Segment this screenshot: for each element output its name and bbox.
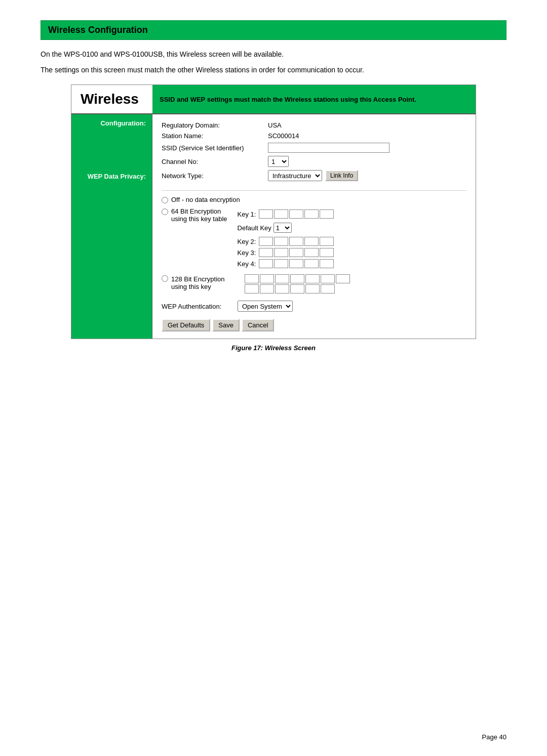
- wireless-content: Regulatory Domain: USA Station Name: SC0…: [152, 114, 476, 339]
- key3-row: Key 3:: [238, 248, 334, 257]
- key4-cell5[interactable]: [320, 259, 334, 268]
- station-name-row: Station Name: SC000014: [162, 132, 466, 140]
- wep-128-radio[interactable]: [162, 275, 168, 282]
- get-defaults-button[interactable]: Get Defaults: [162, 319, 210, 331]
- key4-cell2[interactable]: [274, 259, 288, 268]
- key2-cell4[interactable]: [304, 237, 319, 246]
- key128-r1c6[interactable]: [321, 274, 335, 283]
- key128-r1c1[interactable]: [245, 274, 259, 283]
- regulatory-domain-value: USA: [268, 121, 282, 129]
- network-type-row: Network Type: Infrastructure Ad Hoc Link…: [162, 170, 466, 181]
- network-type-label: Network Type:: [162, 172, 268, 180]
- key3-label: Key 3:: [238, 249, 259, 257]
- key4-cell3[interactable]: [289, 259, 303, 268]
- wireless-config-box: Wireless SSID and WEP settings must matc…: [71, 85, 476, 339]
- ssid-input[interactable]: [268, 143, 389, 153]
- key128-r2c4[interactable]: [290, 284, 304, 293]
- key4-label: Key 4:: [238, 260, 259, 268]
- key128-r1c2[interactable]: [260, 274, 274, 283]
- key1-cell3[interactable]: [289, 209, 303, 219]
- key128-r1c3[interactable]: [275, 274, 289, 283]
- wep-64-radio[interactable]: [162, 208, 168, 215]
- wep-section: Off - no data encryption 64 Bit Encrypti…: [162, 196, 466, 331]
- key3-cell5[interactable]: [320, 248, 334, 257]
- wep-128-label: 128 Bit Encryption using this key: [171, 274, 245, 290]
- station-name-value: SC000014: [268, 132, 299, 140]
- channel-select[interactable]: 1 2 3 4 5 6 7 8 9 10 11: [268, 156, 289, 167]
- key3-cell1[interactable]: [259, 248, 273, 257]
- default-key-select[interactable]: 1 2 3 4: [274, 223, 292, 233]
- key3-cell2[interactable]: [274, 248, 288, 257]
- key128-r2c2[interactable]: [260, 284, 274, 293]
- wep-128-section: 128 Bit Encryption using this key: [162, 274, 466, 293]
- wireless-header-note: SSID and WEP settings must match the Wir…: [152, 85, 476, 113]
- key-table: Key 1: De: [238, 209, 334, 270]
- key128-r1c4[interactable]: [290, 274, 304, 283]
- button-row: Get Defaults Save Cancel: [162, 319, 466, 331]
- configuration-sidebar-label: Configuration:: [75, 119, 148, 127]
- regulatory-domain-row: Regulatory Domain: USA: [162, 121, 466, 129]
- cancel-button[interactable]: Cancel: [242, 319, 274, 331]
- wep-auth-select[interactable]: Open System Shared Key: [238, 301, 293, 312]
- key2-cell1[interactable]: [259, 237, 273, 246]
- key128-r2c3[interactable]: [275, 284, 289, 293]
- key1-cell5[interactable]: [320, 209, 334, 219]
- key2-cell2[interactable]: [274, 237, 288, 246]
- wireless-sidebar: Configuration: WEP Data Privacy:: [71, 114, 152, 339]
- default-key-label: Default Key: [238, 224, 271, 232]
- key128-r1c7[interactable]: [336, 274, 350, 283]
- key128-r2c1[interactable]: [245, 284, 259, 293]
- wireless-body: Configuration: WEP Data Privacy: Regulat…: [71, 114, 476, 339]
- key128-r2c6[interactable]: [321, 284, 335, 293]
- channel-label: Channel No:: [162, 158, 268, 165]
- wep-64-section: 64 Bit Encryption using this key table K…: [162, 207, 466, 270]
- key128-row2: [245, 284, 350, 293]
- key3-cell4[interactable]: [304, 248, 319, 257]
- wep-off-row: Off - no data encryption: [162, 196, 466, 203]
- key2-row: Key 2:: [238, 237, 334, 246]
- page-number: Page 40: [482, 733, 506, 741]
- key128-row1: [245, 274, 350, 283]
- regulatory-domain-label: Regulatory Domain:: [162, 121, 268, 129]
- intro-paragraph-2: The settings on this screen must match t…: [41, 65, 506, 75]
- key4-cell1[interactable]: [259, 259, 273, 268]
- link-info-button[interactable]: Link Info: [325, 170, 358, 181]
- figure-caption: Figure 17: Wireless Screen: [41, 344, 506, 352]
- default-key-row: Default Key 1 2 3 4: [238, 223, 334, 233]
- wep-sidebar-label: WEP Data Privacy:: [75, 173, 148, 180]
- key1-inputs: [259, 209, 334, 219]
- key4-inputs: [259, 259, 334, 268]
- wep-64-label: 64 Bit Encryption using this key table: [171, 207, 227, 223]
- network-type-select[interactable]: Infrastructure Ad Hoc: [268, 170, 322, 181]
- key3-cell3[interactable]: [289, 248, 303, 257]
- key2-inputs: [259, 237, 334, 246]
- station-name-label: Station Name:: [162, 132, 268, 140]
- key4-row: Key 4:: [238, 259, 334, 268]
- wep-auth-label: WEP Authentication:: [162, 303, 238, 310]
- wep-auth-row: WEP Authentication: Open System Shared K…: [162, 301, 466, 312]
- key128-r2c5[interactable]: [305, 284, 320, 293]
- section-divider: [162, 190, 466, 191]
- key1-row: Key 1:: [238, 209, 334, 219]
- key2-label: Key 2:: [238, 238, 259, 245]
- key2-cell3[interactable]: [289, 237, 303, 246]
- ssid-row: SSID (Service Set Identifier): [162, 143, 466, 153]
- key1-label: Key 1:: [238, 211, 259, 218]
- key1-cell2[interactable]: [274, 209, 288, 219]
- key1-cell4[interactable]: [304, 209, 319, 219]
- channel-row: Channel No: 1 2 3 4 5 6 7 8 9 10 11: [162, 156, 466, 167]
- intro-paragraph-1: On the WPS-0100 and WPS-0100USB, this Wi…: [41, 49, 506, 60]
- wireless-header: Wireless SSID and WEP settings must matc…: [71, 85, 476, 114]
- key2-cell5[interactable]: [320, 237, 334, 246]
- page-title-banner: Wireless Configuration: [41, 20, 506, 40]
- key1-cell1[interactable]: [259, 209, 273, 219]
- save-button[interactable]: Save: [212, 319, 240, 331]
- key3-inputs: [259, 248, 334, 257]
- page-title: Wireless Configuration: [48, 25, 499, 35]
- ssid-label: SSID (Service Set Identifier): [162, 144, 268, 152]
- key128-r1c5[interactable]: [305, 274, 320, 283]
- wep-64-row: 64 Bit Encryption using this key table K…: [162, 207, 466, 270]
- wep-off-radio[interactable]: [162, 197, 168, 203]
- configuration-section: Regulatory Domain: USA Station Name: SC0…: [162, 121, 466, 181]
- key4-cell4[interactable]: [304, 259, 319, 268]
